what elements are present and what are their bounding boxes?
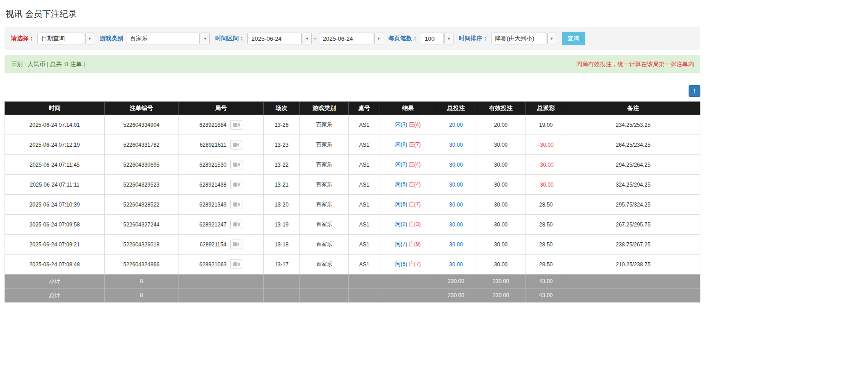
header-result: 结果 [380,102,436,115]
total-bet-link[interactable]: 30.00 [449,261,463,268]
cell-note: 210.25/238.75 [566,255,700,274]
round-number: 628921154 [199,241,226,248]
cell-session: 13-19 [264,215,300,235]
payout-value: -30.00 [538,142,554,148]
query-type-dropdown[interactable]: 日期查询 ▼ [37,33,94,44]
cell-game-type: 百家乐 [300,235,349,255]
cell-valid-bet: 30.00 [476,155,526,175]
empty-cell [380,288,436,303]
round-number: 628921349 [199,202,227,208]
table-row: 2025-06-24 07:08:48522604324866628921063… [5,255,700,274]
video-replay-icon[interactable] [230,260,242,269]
empty-cell [349,274,380,288]
table-body: 2025-06-24 07:14:01522604334904628921884… [5,115,700,274]
payout-value: 28.50 [539,221,553,228]
game-type-dropdown[interactable]: 百家乐 ▼ [126,33,210,44]
date-from-dropdown[interactable]: 2025-06-24 ▼ [247,33,312,44]
date-to-dropdown[interactable]: 2025-06-24 ▼ [319,33,383,44]
cell-round: 628921063 [178,255,264,274]
chevron-down-icon[interactable]: ▼ [201,33,210,44]
cell-round: 628921247 [178,215,264,235]
date-from-value[interactable]: 2025-06-24 [247,33,302,44]
cell-time: 2025-06-24 07:11:11 [5,175,105,195]
table-row: 2025-06-24 07:11:45522604330695628921530… [5,155,700,175]
total-bet-link[interactable]: 30.00 [449,221,463,228]
cell-game-type: 百家乐 [300,135,349,155]
table-footer: 小计 8 230.00 230.00 43.00 总计 8 2 [5,274,700,303]
round-number: 628921611 [199,142,226,148]
cell-bet-id: 522604334904 [105,115,178,135]
chevron-down-icon[interactable]: ▼ [85,33,94,44]
subtotal-valid-bet: 230.00 [476,274,526,288]
cell-time: 2025-06-24 07:12:19 [5,135,105,155]
page: 视讯 会员下注纪录 请选择： 日期查询 ▼ 游戏类别 百家乐 ▼ 时间区间： 2… [0,0,700,316]
cell-table-no: AS1 [349,135,380,155]
summary-bar: 币别 : 人民币 | 总共 :8 注单 | 同局有效投注，统一计算在该局第一张注… [5,55,700,73]
payout-value: 28.50 [539,261,553,268]
cell-result: 闲(2)庄(3) [380,215,436,235]
cell-time: 2025-06-24 07:11:45 [5,155,105,175]
cell-time: 2025-06-24 07:10:39 [5,195,105,215]
date-to-value[interactable]: 2025-06-24 [319,33,373,44]
result-banker: 庄(7) [409,141,421,148]
page-button-1[interactable]: 1 [689,85,700,97]
subtotal-count: 8 [105,274,178,288]
cell-time: 2025-06-24 07:09:21 [5,235,105,255]
empty-cell [349,288,380,303]
sort-order-value[interactable]: 降幂(由大到小) [491,33,546,44]
cell-game-type: 百家乐 [300,215,349,235]
header-round: 局号 [178,102,264,115]
total-valid-bet: 230.00 [476,288,526,303]
video-replay-icon[interactable] [230,220,242,229]
total-bet-link[interactable]: 30.00 [449,142,463,148]
total-bet-link[interactable]: 30.00 [449,182,463,188]
result-banker: 庄(4) [409,181,421,188]
cell-valid-bet: 30.00 [476,235,526,255]
cell-payout: 28.50 [526,255,566,274]
header-game-type: 游戏类别 [300,102,349,115]
cell-bet-id: 522604329523 [105,175,178,195]
cell-valid-bet: 30.00 [476,255,526,274]
query-type-value[interactable]: 日期查询 [37,33,84,44]
chevron-down-icon[interactable]: ▼ [303,33,312,44]
subtotal-row: 小计 8 230.00 230.00 43.00 [5,274,700,288]
cell-result: 闲(3)庄(4) [380,115,436,135]
result-banker: 庄(7) [409,201,421,207]
video-replay-icon[interactable] [230,240,242,249]
chevron-down-icon[interactable]: ▼ [547,33,556,44]
total-bet-link[interactable]: 30.00 [449,241,463,248]
total-payout: 43.00 [526,288,566,303]
total-bet-link[interactable]: 30.00 [449,162,463,168]
result-player: 闲(6) [395,261,407,267]
chevron-down-icon[interactable]: ▼ [374,33,383,44]
sort-order-dropdown[interactable]: 降幂(由大到小) ▼ [491,33,556,44]
page-size-dropdown[interactable]: 100 ▼ [421,33,453,44]
total-bet-link[interactable]: 30.00 [449,202,463,208]
video-replay-icon[interactable] [230,160,242,169]
cell-payout: -30.00 [526,155,566,175]
game-type-value[interactable]: 百家乐 [126,33,200,44]
cell-total-bet: 30.00 [436,255,476,274]
video-replay-icon[interactable] [230,140,242,149]
result-player: 闲(2) [395,221,407,227]
video-replay-icon[interactable] [230,200,242,209]
cell-bet-id: 522604330695 [105,155,178,175]
video-replay-icon[interactable] [230,180,242,189]
page-size-value[interactable]: 100 [421,33,444,44]
empty-cell [300,288,349,303]
cell-round: 628921530 [178,155,264,175]
betting-records-table: 时间 注单编号 局号 场次 游戏类别 桌号 结果 总投注 有效投注 总派彩 备注… [5,101,700,303]
search-button[interactable]: 查询 [562,32,585,45]
cell-round: 628921884 [178,115,264,135]
cell-valid-bet: 30.00 [476,195,526,215]
total-bet-link[interactable]: 20.00 [449,122,463,128]
cell-total-bet: 30.00 [436,195,476,215]
video-replay-icon[interactable] [230,120,242,130]
cell-total-bet: 30.00 [436,235,476,255]
payout-value: 19.00 [539,122,553,128]
chevron-down-icon[interactable]: ▼ [444,33,453,44]
cell-total-bet: 20.00 [436,115,476,135]
cell-table-no: AS1 [349,255,380,274]
round-number: 628921247 [199,221,227,228]
cell-table-no: AS1 [349,175,380,195]
